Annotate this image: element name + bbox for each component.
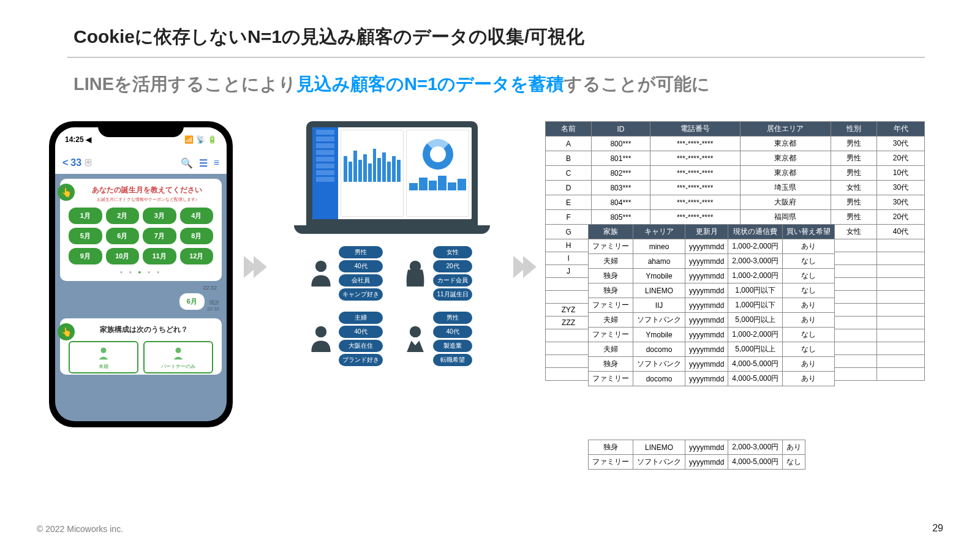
dashboard-sidebar <box>312 127 338 219</box>
divider <box>67 57 925 58</box>
table-row: ファミリーYmobileyyyymmdd1,000-2,000円なし <box>589 328 835 342</box>
persona-tag: 40代 <box>339 260 383 272</box>
slide-title: Cookieに依存しないN=1の見込み顧客のデータの収集/可視化 <box>74 24 943 50</box>
table-header: 買い替え希望 <box>783 225 835 239</box>
line-app-header: < 33 ⛨ 🔍 ☰ ≡ <box>55 152 227 174</box>
timestamp: 22:32 <box>60 285 222 291</box>
persona: 女性20代カード会員11月誕生日 <box>401 246 477 301</box>
person-icon <box>401 324 429 352</box>
month-button[interactable]: 9月 <box>69 248 102 264</box>
month-button[interactable]: 10月 <box>106 248 140 264</box>
card-title: あなたの誕生月を教えてください <box>77 185 217 195</box>
persona: 男性40代会社員キャンプ好き <box>307 246 383 301</box>
persona: 男性40代製造業転職希望 <box>401 312 477 366</box>
persona-tag: 40代 <box>433 326 472 338</box>
data-tables: 名前ID電話番号居住エリア性別年代A800******-****-****東京都… <box>545 121 925 387</box>
back-icon[interactable]: < <box>62 157 68 168</box>
table-header: 年代 <box>877 122 925 137</box>
month-button[interactable]: 6月 <box>106 228 140 244</box>
family-option[interactable]: 未婚 <box>69 341 138 373</box>
table-row: 夫婦ahamoyyyymmdd2,000-3,000円なし <box>589 254 835 269</box>
svg-point-4 <box>315 326 326 337</box>
table-row: 独身LINEMOyyyymmdd2,000-3,000円あり <box>589 440 805 455</box>
persona-tag: 20代 <box>433 260 472 272</box>
survey-card-birthday: 👆 あなたの誕生月を教えてください お誕生月にオトクな情報やクーポンなど配信しま… <box>60 179 222 281</box>
persona-tag: 主婦 <box>339 312 383 324</box>
table-header: 性別 <box>831 122 876 137</box>
laptop-mockup <box>306 121 478 234</box>
card-subtitle: お誕生月にオトクな情報やクーポンなど配信します♪ <box>77 197 217 203</box>
persona-tag: 男性 <box>339 246 383 258</box>
back-count: 33 <box>70 157 81 168</box>
card-title: 家族構成は次のうちどれ？ <box>71 324 217 335</box>
subtitle-post: することが可能に <box>564 74 710 94</box>
table-header: 電話番号 <box>650 122 740 137</box>
menu-icon[interactable]: ≡ <box>214 157 219 169</box>
month-button[interactable]: 11月 <box>143 248 176 264</box>
month-button[interactable]: 12月 <box>180 248 214 264</box>
table-row: B801******-****-****東京都男性20代 <box>546 151 925 166</box>
month-button[interactable]: 8月 <box>180 228 214 244</box>
persona-tag: キャンプ好き <box>339 288 383 301</box>
family-option[interactable]: パートナーのみ <box>143 341 213 373</box>
user-reply: 6月 <box>179 293 205 310</box>
table-header: 現状の通信費 <box>728 225 783 239</box>
svg-point-2 <box>315 261 326 272</box>
person-icon <box>307 324 335 352</box>
table-row: A800******-****-****東京都男性30代 <box>546 137 925 151</box>
subtitle-accent: 見込み顧客のN=1のデータを蓄積 <box>296 74 564 94</box>
table-row: 独身ソフトバンクyyyymmdd4,000-5,000円あり <box>589 357 835 372</box>
copyright: © 2022 Micoworks inc. <box>37 524 123 534</box>
table-header: 名前 <box>546 122 592 137</box>
persona-tag: カード会員 <box>433 274 472 287</box>
dashboard-donut-chart <box>406 130 469 217</box>
table-header: ID <box>592 122 650 137</box>
list-icon[interactable]: ☰ <box>199 157 208 169</box>
table-row: F805******-****-****福岡県男性20代 <box>546 210 925 225</box>
persona-tag: 会社員 <box>339 274 383 287</box>
month-button[interactable]: 2月 <box>106 208 140 224</box>
table-row: 夫婦docomoyyyymmdd5,000円以上なし <box>589 342 835 357</box>
detail-table: 家族キャリア更新月現状の通信費買い替え希望ファミリーmineoyyyymmdd1… <box>588 224 835 386</box>
survey-card-family: 👆 家族構成は次のうちどれ？ 未婚パートナーのみ <box>60 318 222 375</box>
persona-tag: 11月誕生日 <box>433 288 472 301</box>
persona-tag: 転職希望 <box>433 354 472 366</box>
battery-icon: 🔋 <box>208 135 217 144</box>
subtitle-pre: LINEを活用することにより <box>74 74 296 94</box>
signal-icon: 📶 <box>184 135 194 144</box>
table-header: キャリア <box>633 225 685 239</box>
table-header: 更新月 <box>685 225 728 239</box>
month-button[interactable]: 7月 <box>143 228 176 244</box>
table-header: 居住エリア <box>740 122 831 137</box>
arrow-icon <box>508 256 545 278</box>
wifi-icon: 📡 <box>196 135 205 144</box>
dashboard-bar-chart <box>341 130 404 217</box>
persona-tag: 女性 <box>433 246 472 258</box>
table-row: 夫婦ソフトバンクyyyymmdd5,000円以上あり <box>589 313 835 328</box>
read-time: 既読 22:32 <box>207 299 219 312</box>
pagination-dots: ● ● ● ● ● <box>65 269 217 275</box>
table-row: ファミリーソフトバンクyyyymmdd4,000-5,000円なし <box>589 455 805 470</box>
extra-table: 独身LINEMOyyyymmdd2,000-3,000円ありファミリーソフトバン… <box>588 440 805 470</box>
phone-mockup: 14:25 ◀ 📶 📡 🔋 < 33 ⛨ 🔍 ☰ <box>49 121 233 427</box>
table-row: C802******-****-****東京都男性10代 <box>546 166 925 181</box>
svg-point-1 <box>176 348 181 353</box>
month-button[interactable]: 1月 <box>69 208 102 224</box>
persona-tag: 製造業 <box>433 340 472 352</box>
shield-icon: ⛨ <box>84 157 94 168</box>
table-row: E804******-****-****大阪府男性30代 <box>546 195 925 210</box>
table-row: ファミリーdocomoyyyymmdd4,000-5,000円あり <box>589 372 835 386</box>
month-button[interactable]: 5月 <box>69 228 102 244</box>
tap-icon: 👆 <box>58 323 75 340</box>
arrow-icon <box>239 256 276 278</box>
table-header: 家族 <box>589 225 633 239</box>
persona-tag: 40代 <box>339 326 383 338</box>
svg-point-5 <box>410 326 421 337</box>
month-button[interactable]: 3月 <box>143 208 176 224</box>
table-row: ファミリーIIJyyyymmdd1,000円以下あり <box>589 298 835 313</box>
search-icon[interactable]: 🔍 <box>181 157 193 169</box>
tap-icon: 👆 <box>58 184 75 201</box>
month-button[interactable]: 4月 <box>180 208 214 224</box>
person-icon <box>401 258 429 287</box>
table-row: 独身LINEMOyyyymmdd1,000円以下なし <box>589 283 835 298</box>
